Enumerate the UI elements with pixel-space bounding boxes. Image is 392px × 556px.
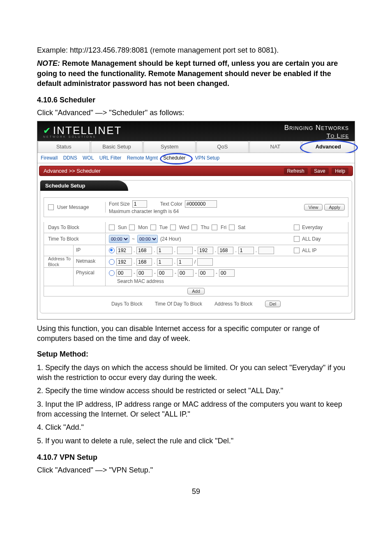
- everyday-cb[interactable]: [294, 225, 300, 230]
- subnav-scheduler[interactable]: Scheduler: [163, 155, 189, 161]
- mac-5[interactable]: [198, 269, 214, 277]
- time-to-select[interactable]: 00:00: [137, 235, 158, 243]
- tab-advanced[interactable]: Advanced: [302, 141, 354, 153]
- nm-2[interactable]: [136, 258, 152, 266]
- tab-system[interactable]: System: [143, 141, 196, 153]
- subnav-scheduler-label: Scheduler: [163, 155, 185, 161]
- vpn-heading: 4.10.7 VPN Setup: [37, 453, 355, 462]
- tab-status[interactable]: Status: [38, 141, 90, 153]
- day-fri: Fri: [221, 225, 226, 230]
- time-hint: (24 Hour): [160, 236, 181, 242]
- day-mon: Mon: [138, 225, 148, 230]
- step-2: 2. Specify the time window access should…: [37, 386, 355, 396]
- user-message-checkbox[interactable]: [48, 204, 54, 210]
- text-color-input[interactable]: [185, 200, 217, 208]
- ip-a2[interactable]: [136, 247, 152, 254]
- refresh-button[interactable]: Refresh: [284, 168, 308, 174]
- tab-qos[interactable]: QoS: [196, 141, 249, 153]
- search-mac-link[interactable]: Search MAC address: [117, 278, 164, 284]
- note-line: NOTE: Remote Management should be kept t…: [37, 58, 355, 88]
- subnav-vpn-setup[interactable]: VPN Setup: [195, 155, 219, 161]
- rule-list-header: Days To Block Time Of Day To Block Addre…: [44, 297, 348, 309]
- day-thu: Thu: [201, 225, 209, 230]
- day-fri-cb[interactable]: [212, 225, 217, 230]
- subnav-wol[interactable]: WOL: [83, 155, 94, 161]
- tagline: Bringing Networks To Life: [284, 124, 349, 139]
- help-button[interactable]: Help: [332, 168, 348, 174]
- text-color-label: Text Color: [160, 201, 182, 207]
- physical-radio[interactable]: [109, 270, 115, 276]
- example-line: Example: http://123.456.789:8081 (remote…: [37, 45, 355, 55]
- day-wed: Wed: [179, 225, 189, 230]
- check-icon: ✔: [43, 125, 51, 136]
- note-prefix: NOTE:: [37, 59, 60, 67]
- ip-dash: -: [194, 248, 196, 253]
- shot-header: ✔ INTELLINET NETWORK SOLUTIONS Bringing …: [37, 121, 355, 141]
- del-button[interactable]: Del: [265, 301, 281, 307]
- step-1: 1. Specify the days on which the access …: [37, 363, 355, 383]
- day-sun-cb[interactable]: [109, 225, 115, 230]
- tab-nat[interactable]: NAT: [249, 141, 302, 153]
- time-from-select[interactable]: 00:00: [109, 235, 129, 243]
- mac-1[interactable]: [116, 269, 132, 277]
- ip-b4[interactable]: [258, 247, 274, 254]
- tab-advanced-label: Advanced: [316, 144, 341, 150]
- font-size-input[interactable]: [132, 200, 147, 208]
- day-wed-cb[interactable]: [170, 225, 176, 230]
- max-length-note: Maximum character length is 64: [109, 208, 179, 214]
- allip-label: ALL IP: [302, 248, 317, 253]
- address-group-label: Address To Block: [44, 256, 74, 267]
- step-3: 3. Input the IP address, IP address rang…: [37, 399, 355, 419]
- ip-a1[interactable]: [116, 247, 132, 254]
- mac-3[interactable]: [157, 269, 173, 277]
- step-5: 5. If you want to delete a rule, select …: [37, 436, 355, 446]
- user-message-label: User Message: [57, 204, 89, 210]
- nm-1[interactable]: [116, 258, 132, 266]
- tagline-top: Bringing Networks: [284, 124, 349, 132]
- subnav-ddns[interactable]: DDNS: [63, 155, 77, 161]
- ip-b3[interactable]: [238, 247, 254, 254]
- allday-cb[interactable]: [294, 236, 300, 242]
- mac-4[interactable]: [178, 269, 194, 277]
- nm-mask[interactable]: [197, 258, 213, 266]
- subnav-remote-mgmt[interactable]: Remote Mgmt: [127, 155, 158, 161]
- user-message-row: User Message Font Size Text Color Maximu…: [44, 197, 348, 217]
- mac-2[interactable]: [137, 269, 152, 277]
- save-button[interactable]: Save: [311, 168, 328, 174]
- allday-label: ALL Day: [302, 236, 321, 242]
- page-number: 59: [37, 487, 355, 496]
- tagline-bottom: To Life: [284, 132, 349, 139]
- day-sat-cb[interactable]: [229, 225, 235, 230]
- ip-radio[interactable]: [109, 248, 115, 253]
- ip-a3[interactable]: [157, 247, 173, 254]
- ip-b2[interactable]: [218, 247, 233, 254]
- add-row: Add: [44, 286, 348, 297]
- nm-3[interactable]: [157, 258, 173, 266]
- ip-b1[interactable]: [198, 247, 213, 254]
- day-mon-cb[interactable]: [129, 225, 135, 230]
- address-block: IP . . . - . . .: [44, 245, 348, 286]
- scheduler-lead: Click "Advanced" —> "Scheduler" as follo…: [37, 108, 355, 118]
- nm-4[interactable]: [177, 258, 193, 266]
- netmask-radio[interactable]: [109, 259, 115, 265]
- time-label: Time To Block: [44, 234, 106, 244]
- ip-a4[interactable]: [177, 247, 193, 254]
- day-tue-cb[interactable]: [150, 225, 156, 230]
- subnav-url-filter[interactable]: URL Filter: [99, 155, 122, 161]
- view-button[interactable]: View: [304, 204, 323, 211]
- allip-cb[interactable]: [294, 248, 300, 253]
- day-sat: Sat: [238, 225, 245, 230]
- step-4: 4. Click "Add.": [37, 422, 355, 432]
- days-label: Days To Block: [44, 222, 106, 233]
- mac-6[interactable]: [219, 269, 235, 277]
- tab-basic-setup[interactable]: Basic Setup: [91, 141, 143, 153]
- subnav-firewall[interactable]: Firewall: [41, 155, 58, 161]
- note-body: Remote Management should be kept turned …: [37, 59, 338, 88]
- after-p1: Using this function, you can disable Int…: [37, 324, 355, 344]
- add-button[interactable]: Add: [187, 288, 205, 294]
- sub-nav: Firewall DDNS WOL URL Filter Remote Mgmt…: [37, 153, 355, 163]
- day-thu-cb[interactable]: [191, 225, 197, 230]
- netmask-slash: /: [194, 259, 196, 265]
- netmask-label: Netmask: [74, 256, 106, 267]
- apply-button[interactable]: Apply: [324, 204, 345, 211]
